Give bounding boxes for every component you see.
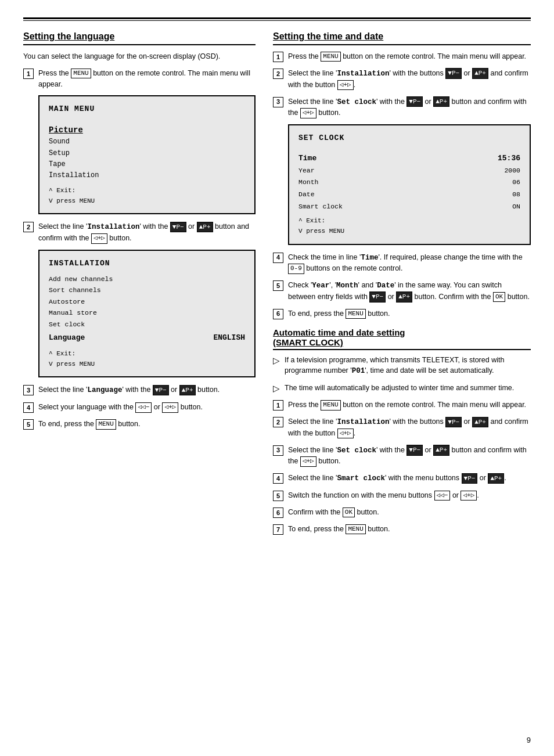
two-col-layout: Setting the language You can select the … bbox=[23, 31, 531, 541]
step-num-5: 5 bbox=[23, 419, 34, 430]
vp-btn-2: ▼P− bbox=[153, 385, 169, 396]
installation-menu-items: Add new channelsSort channelsAutostoreMa… bbox=[49, 273, 245, 330]
step-num-4: 4 bbox=[23, 402, 34, 413]
right-step-text-4: Check the time in line 'Time'. If requir… bbox=[288, 252, 531, 275]
r-menu-btn-1: MENU bbox=[321, 52, 340, 62]
left-step-4: 4 Select your language with the ◁◁− or ◁… bbox=[23, 402, 256, 413]
auto-step-num-1: 1 bbox=[273, 400, 283, 411]
time-value: 15:36 bbox=[498, 153, 520, 165]
time-row: Time 15:36 bbox=[298, 153, 520, 165]
step-num-3: 3 bbox=[23, 385, 34, 395]
time-label: Time bbox=[298, 153, 316, 165]
auto-step-num-4: 4 bbox=[273, 473, 283, 484]
left-section-title: Setting the language bbox=[23, 31, 256, 45]
vp-btn-1: ▼P− bbox=[170, 222, 186, 233]
installation-menu-box: INSTALLATION Add new channelsSort channe… bbox=[38, 250, 256, 378]
intro-text: You can select the language for the on-s… bbox=[23, 51, 256, 62]
auto-step-text-6: Confirm with the OK button. bbox=[288, 507, 531, 518]
language-value: ENGLISH bbox=[213, 332, 245, 344]
right-step-2: 2 Select the line 'Installation' with th… bbox=[273, 68, 531, 91]
installation-ref-1: Installation bbox=[87, 223, 139, 231]
a-vp-btn-2: ▼P− bbox=[406, 445, 423, 456]
right-step-text-5: Check 'Year', 'Month' and 'Date' in the … bbox=[288, 280, 531, 303]
auto-step-2: 2 Select the line 'Installation' with th… bbox=[273, 416, 531, 439]
auto-step-text-1: Press the MENU button on the remote cont… bbox=[288, 399, 531, 411]
menu-exit-2: ^ Exit:V press MENU bbox=[49, 349, 245, 369]
note-text-1: If a television programme, which transmi… bbox=[285, 355, 531, 377]
left-step-5: 5 To end, press the MENU button. bbox=[23, 419, 256, 430]
r-month-ref: Month bbox=[336, 282, 358, 290]
a-ap-btn-3: ▲P+ bbox=[488, 473, 504, 484]
page: Setting the language You can select the … bbox=[0, 0, 554, 756]
a-ap-btn-1: ▲P+ bbox=[472, 417, 488, 428]
r-installation-ref-1: Installation bbox=[337, 70, 389, 78]
note-text-2: The time will automatically be adjusted … bbox=[285, 383, 531, 394]
right-step-text-3: Select the line 'Set clock' with the ▼P−… bbox=[288, 96, 531, 119]
right-step-text-2: Select the line 'Installation' with the … bbox=[288, 68, 531, 91]
r-vp-btn-3: ▼P− bbox=[369, 291, 386, 303]
a-ap-btn-2: ▲P+ bbox=[433, 445, 449, 456]
r-vp-btn-1: ▼P− bbox=[445, 68, 462, 79]
right-step-3: 3 Select the line 'Set clock' with the ▼… bbox=[273, 96, 531, 119]
ap-btn-2: ▲P+ bbox=[179, 385, 196, 396]
top-rule2 bbox=[23, 20, 531, 21]
a-left-btn: ◁◁− bbox=[434, 491, 451, 501]
left-step-1: 1 Press the MENU button on the remote co… bbox=[23, 68, 256, 90]
right-step-text-6: To end, press the MENU button. bbox=[288, 308, 531, 319]
page-number: 9 bbox=[527, 736, 531, 744]
ap-btn-1: ▲P+ bbox=[197, 222, 213, 233]
p01-ref: P01 bbox=[352, 367, 365, 375]
auto-step-1: 1 Press the MENU button on the remote co… bbox=[273, 399, 531, 411]
language-ref: Language bbox=[87, 386, 122, 394]
step-text-4: Select your language with the ◁◁− or ◁+▷… bbox=[38, 402, 256, 413]
a-setclock-ref: Set clock bbox=[337, 447, 376, 455]
r-menu-btn-6: MENU bbox=[346, 309, 365, 319]
r-year-ref: Year bbox=[312, 282, 329, 290]
r-confirm-btn-1: ◁+▷ bbox=[300, 108, 316, 118]
left-column: Setting the language You can select the … bbox=[23, 31, 256, 541]
right-section-title: Setting the time and date bbox=[273, 31, 531, 45]
left-btn-1: ◁◁− bbox=[135, 402, 152, 412]
menu-btn-5: MENU bbox=[96, 419, 116, 429]
a-confirm-btn-1: ◁+▷ bbox=[337, 429, 354, 438]
note-icon-2: ▷ bbox=[273, 383, 280, 394]
menu-items-1: SoundSetupTapeInstallation bbox=[49, 136, 245, 181]
auto-note-1: ▷ If a television programme, which trans… bbox=[273, 355, 531, 377]
right-step-5: 5 Check 'Year', 'Month' and 'Date' in th… bbox=[273, 280, 531, 303]
auto-step-5: 5 Switch the function on with the menu b… bbox=[273, 490, 531, 501]
auto-step-text-7: To end, press the MENU button. bbox=[288, 524, 531, 535]
a-confirm-btn-2: ◁+▷ bbox=[300, 456, 316, 466]
auto-step-num-6: 6 bbox=[273, 507, 283, 518]
left-step-3: 3 Select the line 'Language' with the ▼P… bbox=[23, 384, 256, 396]
a-installation-ref: Installation bbox=[337, 418, 389, 426]
a-smartclock-ref: Smart clock bbox=[337, 474, 385, 483]
auto-step-text-5: Switch the function on with the menu but… bbox=[288, 490, 531, 501]
step-text-3: Select the line 'Language' with the ▼P− … bbox=[38, 384, 256, 396]
r-setclock-ref-1: Set clock bbox=[337, 98, 376, 106]
a-menu-btn-1: MENU bbox=[321, 400, 340, 410]
auto-note-2: ▷ The time will automatically be adjuste… bbox=[273, 383, 531, 394]
a-ok-btn: OK bbox=[343, 507, 355, 517]
a-right-btn: ◁+▷ bbox=[461, 491, 477, 501]
step-text-2: Select the line 'Installation' with the … bbox=[38, 221, 256, 244]
right-step-num-5: 5 bbox=[273, 280, 283, 291]
right-step-num-2: 2 bbox=[273, 69, 283, 79]
right-column: Setting the time and date 1 Press the ME… bbox=[273, 31, 531, 541]
right-step-4: 4 Check the time in line 'Time'. If requ… bbox=[273, 252, 531, 275]
r-ap-btn-2: ▲P+ bbox=[433, 96, 449, 107]
r-vp-btn-2: ▼P− bbox=[406, 96, 423, 107]
right-step-num-1: 1 bbox=[273, 52, 283, 62]
clock-other-rows: Year2000 Month06 Date08 Smart clockON bbox=[298, 165, 520, 213]
top-rule bbox=[23, 17, 531, 19]
language-label: Language bbox=[49, 332, 85, 344]
auto-step-num-7: 7 bbox=[273, 524, 283, 535]
right-step-1: 1 Press the MENU button on the remote co… bbox=[273, 51, 531, 62]
auto-step-text-4: Select the line 'Smart clock' with the m… bbox=[288, 473, 531, 484]
auto-step-text-3: Select the line 'Set clock' with the ▼P−… bbox=[288, 445, 531, 467]
menu-exit-1: ^ Exit:V press MENU bbox=[49, 186, 245, 206]
a-vp-btn-3: ▼P− bbox=[462, 473, 478, 484]
r-date-ref: Date bbox=[377, 282, 394, 290]
r-time-ref: Time bbox=[361, 254, 378, 262]
right-step-6: 6 To end, press the MENU button. bbox=[273, 308, 531, 319]
step-text-1: Press the MENU button on the remote cont… bbox=[38, 68, 256, 90]
